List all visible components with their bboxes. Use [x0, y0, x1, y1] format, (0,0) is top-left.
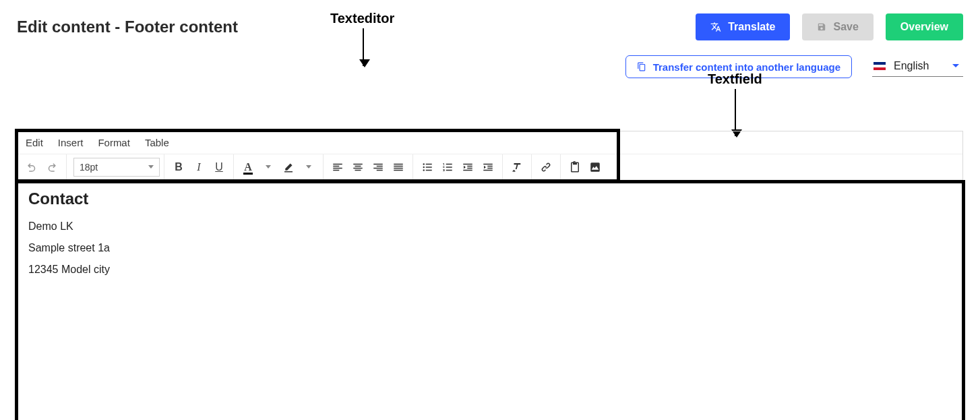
transfer-label: Transfer content into another language — [653, 61, 840, 73]
align-center-button[interactable] — [348, 157, 368, 177]
editor-content-area[interactable]: Contact Demo LK Sample street 1a 12345 M… — [18, 180, 962, 420]
annotation-texteditor: Texteditor — [330, 11, 394, 26]
redo-button[interactable] — [42, 157, 62, 177]
redo-icon — [46, 161, 58, 173]
bold-button[interactable]: B — [169, 157, 189, 177]
align-justify-button[interactable] — [388, 157, 408, 177]
undo-icon — [26, 161, 38, 173]
align-left-button[interactable] — [328, 157, 348, 177]
save-label: Save — [833, 21, 858, 33]
bold-icon: B — [175, 161, 183, 173]
italic-icon: I — [197, 161, 200, 173]
italic-button[interactable]: I — [189, 157, 209, 177]
clear-format-button[interactable] — [507, 157, 527, 177]
outdent-icon — [462, 161, 474, 173]
text-color-icon: A — [244, 161, 252, 173]
translate-icon — [710, 22, 721, 32]
align-right-button[interactable] — [368, 157, 388, 177]
overview-label: Overview — [900, 21, 948, 33]
editor-toolbar: 18pt B I U A — [18, 154, 962, 180]
svg-point-1 — [423, 166, 425, 167]
bullet-list-icon — [421, 161, 433, 173]
image-icon — [589, 161, 601, 173]
indent-icon — [482, 161, 494, 173]
svg-point-0 — [423, 163, 425, 164]
highlight-color-button[interactable] — [278, 157, 299, 177]
clear-format-icon — [511, 161, 523, 173]
menu-format[interactable]: Format — [98, 137, 130, 148]
save-button: Save — [802, 13, 873, 40]
editor-menubar: Edit Insert Format Table — [18, 131, 962, 154]
numbered-list-button[interactable] — [437, 157, 458, 177]
chevron-down-icon — [148, 165, 154, 169]
undo-button[interactable] — [22, 157, 42, 177]
text-color-dropdown[interactable] — [258, 157, 278, 177]
chevron-down-icon — [266, 165, 271, 169]
align-left-icon — [332, 161, 344, 173]
highlight-icon — [282, 161, 295, 173]
menu-insert[interactable]: Insert — [58, 137, 84, 148]
numbered-list-icon — [441, 161, 454, 173]
highlight-color-dropdown[interactable] — [299, 157, 319, 177]
language-label: English — [894, 60, 929, 72]
paste-button[interactable] — [565, 157, 585, 177]
link-icon — [540, 161, 552, 173]
align-justify-icon — [392, 161, 404, 173]
arrow-down-icon — [363, 28, 364, 66]
outdent-button[interactable] — [458, 157, 478, 177]
overview-button[interactable]: Overview — [886, 13, 963, 40]
top-actions: Translate Save Overview — [696, 13, 963, 40]
text-editor: Edit Insert Format Table 18pt B I U — [17, 131, 963, 420]
font-size-value: 18pt — [80, 162, 98, 173]
copy-icon — [637, 62, 646, 71]
page-title: Edit content - Footer content — [17, 18, 238, 36]
content-line[interactable]: Demo LK — [28, 220, 952, 233]
underline-button[interactable]: U — [209, 157, 229, 177]
menu-table[interactable]: Table — [145, 137, 169, 148]
text-color-button[interactable]: A — [238, 157, 258, 177]
align-right-icon — [372, 161, 384, 173]
indent-button[interactable] — [478, 157, 498, 177]
language-select[interactable]: English — [872, 57, 963, 77]
underline-icon: U — [215, 161, 223, 173]
content-line[interactable]: 12345 Model city — [28, 264, 952, 276]
image-button[interactable] — [585, 157, 605, 177]
content-line[interactable]: Sample street 1a — [28, 242, 952, 254]
annotation-textfield: Textfield — [708, 71, 762, 87]
clipboard-icon — [569, 161, 581, 173]
content-heading[interactable]: Contact — [28, 189, 952, 208]
chevron-down-icon — [306, 165, 311, 169]
menu-edit[interactable]: Edit — [26, 137, 43, 148]
save-icon — [817, 22, 826, 32]
link-button[interactable] — [536, 157, 556, 177]
align-center-icon — [352, 161, 364, 173]
bullet-list-button[interactable] — [417, 157, 437, 177]
svg-point-2 — [423, 169, 425, 171]
uk-flag-icon — [874, 62, 886, 70]
font-size-select[interactable]: 18pt — [73, 158, 160, 177]
chevron-down-icon — [952, 64, 959, 67]
translate-label: Translate — [728, 21, 775, 33]
translate-button[interactable]: Translate — [696, 13, 790, 40]
arrow-down-icon — [735, 89, 736, 136]
